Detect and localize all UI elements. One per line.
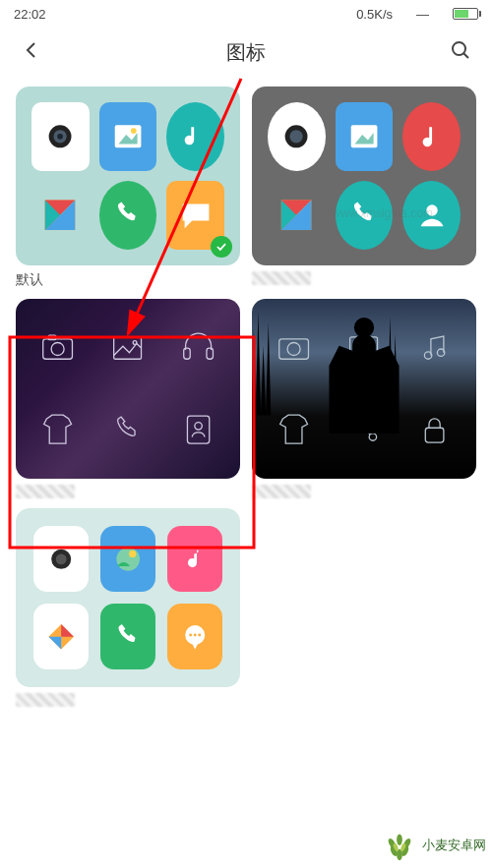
svg-marker-49 [191,642,198,649]
svg-point-53 [397,849,402,860]
svg-point-38 [370,433,377,439]
theme-default-preview [16,87,240,265]
svg-marker-46 [61,624,74,637]
svg-point-42 [56,553,67,564]
phone-app-icon [99,181,157,250]
svg-point-55 [400,844,410,857]
theme-gray[interactable] [252,87,476,289]
svg-point-56 [387,838,398,850]
watermark-logo: 小麦安卓网 [381,827,486,864]
music-app-icon [178,318,218,377]
svg-point-21 [426,205,437,216]
clock: 22:02 [14,7,46,22]
theme-dark-purple[interactable] [16,299,240,497]
gallery-app-icon [100,526,155,592]
svg-point-8 [131,129,137,135]
photos-app-icon [31,181,90,250]
theme-gray-preview [252,87,476,265]
svg-point-57 [401,838,412,850]
svg-point-1 [453,42,465,55]
theme-rounded[interactable] [16,508,240,707]
camera-app-icon [31,102,90,171]
svg-point-59 [393,842,400,851]
camera-app-icon [37,318,78,377]
svg-point-52 [198,633,201,636]
page-title: 图标 [226,39,266,66]
app-header: 图标 [0,28,492,77]
svg-line-2 [463,53,468,58]
theme-label [252,271,311,285]
signal-dash-icon: — [416,7,429,22]
gallery-app-icon [107,318,148,377]
selected-badge [211,236,232,258]
net-speed: 0.5K/s [356,7,393,22]
svg-marker-47 [48,637,61,650]
theme-dark-photo[interactable] [252,299,476,497]
clothes-app-icon [37,400,78,459]
svg-point-23 [51,343,64,356]
camera-app-icon [33,526,89,592]
svg-point-43 [116,548,140,571]
photos-app-icon [33,604,89,669]
music-app-icon [167,526,222,592]
svg-point-50 [189,633,192,636]
theme-rounded-preview [16,508,240,687]
svg-point-26 [134,341,138,345]
music-app-icon [166,102,224,171]
back-button[interactable] [20,38,43,66]
phone-app-icon [336,181,394,250]
theme-label [16,485,75,498]
contacts-app-icon [178,400,218,459]
svg-point-51 [194,633,197,636]
photos-app-icon [268,181,326,250]
search-button[interactable] [449,38,472,66]
phone-app-icon [107,400,148,459]
grass-silhouette [252,299,398,416]
battery-icon [453,8,478,20]
status-bar: 22:02 0.5K/s — [0,0,492,28]
svg-point-58 [397,835,402,845]
svg-rect-28 [207,348,214,359]
theme-dark-purple-preview [16,299,240,478]
gallery-app-icon [336,102,394,171]
svg-point-14 [290,130,303,143]
theme-label [16,693,75,707]
svg-point-60 [400,842,406,851]
music-app-icon [402,102,461,171]
gallery-app-icon [99,102,157,171]
wheat-icon [381,827,418,864]
svg-point-44 [129,550,136,556]
theme-grid: 默认 [0,77,492,707]
phone-app-icon [100,604,155,669]
svg-point-30 [195,422,202,429]
theme-default[interactable]: 默认 [16,87,240,289]
svg-point-5 [57,134,63,140]
svg-rect-27 [183,348,190,359]
svg-rect-25 [114,337,142,359]
svg-point-54 [389,844,399,857]
contacts-app-icon [402,181,461,250]
theme-dark-photo-preview [252,299,476,478]
messages-app-icon [167,604,222,669]
svg-rect-22 [43,339,73,359]
watermark-text: 小麦安卓网 [422,837,486,854]
theme-label: 默认 [16,271,240,289]
theme-label [252,485,311,498]
camera-app-icon [268,102,326,171]
status-indicators: 0.5K/s — [356,7,478,22]
